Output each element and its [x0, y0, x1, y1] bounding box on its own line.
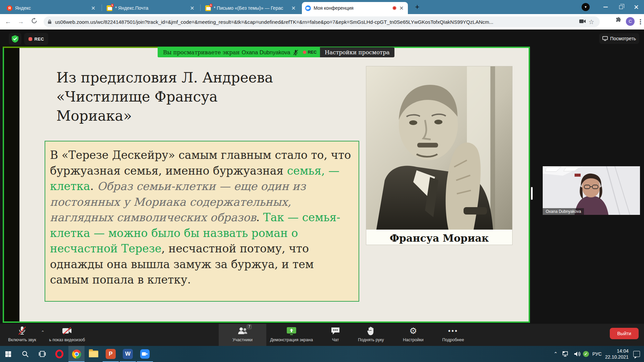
back-icon[interactable]: ← — [3, 17, 13, 26]
more-button[interactable]: ••• Подробнее — [435, 326, 471, 342]
windows-logo-icon — [5, 351, 11, 357]
mail-unread-badge: 1 — [111, 4, 114, 7]
settings-gear-icon: ⚙ — [409, 326, 417, 336]
task-view-button[interactable] — [34, 346, 50, 362]
taskbar-zoom[interactable] — [137, 346, 153, 362]
participants-label: Участники — [232, 338, 253, 342]
share-screen-button[interactable]: Демонстрация экрана — [265, 326, 318, 342]
viewing-text: Вы просматриваете экран — [163, 49, 240, 56]
muted-mic-icon — [293, 50, 298, 55]
tab-recording-indicator — [392, 6, 396, 10]
tray-date: 22.10.2021 — [605, 354, 629, 360]
browser-tab-bar: Я Яндекс ✕ 1 * Яндекс.Почта ✕ 1 * Письмо… — [0, 0, 644, 14]
taskbar-opera[interactable] — [51, 346, 67, 362]
share-screen-label: Демонстрация экрана — [270, 338, 313, 342]
mail-favicon: 1 — [107, 5, 112, 11]
new-tab-button[interactable]: + — [413, 3, 422, 12]
bookmark-star-icon[interactable]: ☆ — [587, 18, 596, 26]
rec-label: REC — [35, 37, 44, 42]
view-options-button[interactable]: Посмотреть — [599, 33, 639, 44]
profile-avatar[interactable]: C — [626, 17, 635, 26]
tab-close-icon[interactable]: ✕ — [90, 5, 96, 11]
tab-title: * Письмо «(Без темы)» — Герас — [214, 5, 288, 11]
banner-recording: REC — [303, 50, 317, 55]
minimize-button[interactable] — [598, 0, 613, 14]
chat-icon — [331, 326, 340, 336]
opera-icon — [55, 350, 63, 358]
settings-button[interactable]: ⚙ Настройки — [396, 326, 430, 342]
mail-favicon: 1 — [205, 5, 211, 11]
start-button[interactable] — [0, 346, 16, 362]
start-video-button[interactable]: ь показ видеоизоб — [47, 326, 87, 342]
zoom-app-icon — [140, 349, 150, 359]
view-icon — [602, 36, 608, 41]
slide-text-segment: . — [256, 211, 263, 224]
tab-close-icon[interactable]: ✕ — [290, 5, 297, 11]
participants-button[interactable]: 7 Участники — [219, 326, 266, 342]
taskbar-powerpoint[interactable]: P — [103, 346, 119, 362]
camera-permission-icon[interactable] — [578, 19, 587, 25]
chat-button[interactable]: Чат — [323, 326, 348, 342]
zoom-toolbar: Включить звук ⌃ ь показ видеоизоб 7 Учас… — [0, 324, 644, 346]
tab-yandex[interactable]: Я Яндекс ✕ — [3, 2, 100, 14]
network-icon[interactable] — [562, 351, 569, 357]
shield-icon — [12, 35, 18, 43]
url-text: us06web.zoom.us/wc/82241487501/join?trac… — [55, 19, 578, 25]
mic-options-chevron[interactable]: ⌃ — [41, 330, 45, 335]
tray-expand-chevron[interactable]: ⌃ — [553, 351, 558, 357]
more-label: Подробнее — [442, 338, 464, 342]
presentation-slide: Из предисловия Л. Андреева «Чистилище Фр… — [19, 48, 529, 321]
tab-title: * Яндекс.Почта — [115, 5, 186, 11]
mauriac-portrait-image — [366, 66, 512, 230]
settings-label: Настройки — [403, 338, 423, 342]
viewing-banner-green: Вы просматриваете экран Oxana Dubnyakova… — [158, 47, 320, 57]
recording-indicator: REC — [24, 33, 48, 45]
powerpoint-icon: P — [106, 349, 116, 359]
antivirus-status-icon[interactable]: ✓ — [583, 351, 589, 357]
taskbar-explorer[interactable] — [86, 346, 102, 362]
browser-menu-icon[interactable]: ••• — [640, 19, 641, 25]
volume-icon[interactable] — [574, 351, 581, 357]
tab-conference-active[interactable]: Моя конференция ✕ — [302, 2, 408, 14]
view-settings-button[interactable]: Настройки просмотра — [320, 47, 394, 57]
leave-meeting-button[interactable]: Выйти — [610, 328, 639, 339]
raise-hand-button[interactable]: Поднять руку — [352, 326, 390, 342]
restore-button[interactable] — [613, 0, 629, 14]
reload-icon[interactable] — [30, 17, 39, 26]
presenter-name: Oxana Dubnyakova — [242, 49, 290, 56]
slide-text-box: В «Терезе Дескейру» самым главным стало … — [45, 141, 359, 302]
taskbar-word[interactable]: W — [120, 346, 136, 362]
search-button[interactable] — [17, 346, 33, 362]
extensions-area — [615, 17, 622, 24]
mail-unread-badge: 1 — [210, 4, 212, 7]
forward-icon[interactable]: → — [16, 17, 25, 26]
mauriac-photo: Франсуа Мориак — [366, 66, 512, 245]
tab-letter[interactable]: 1 * Письмо «(Без темы)» — Герас ✕ — [202, 2, 300, 14]
clock[interactable]: 14:04 22.10.2021 — [605, 348, 629, 360]
tab-mail[interactable]: 1 * Яндекс.Почта ✕ — [103, 2, 199, 14]
language-indicator[interactable]: РУС — [592, 351, 602, 357]
presentation-left-strip — [4, 48, 19, 321]
tab-close-icon[interactable]: ✕ — [398, 5, 405, 11]
yandex-favicon: Я — [7, 5, 12, 11]
word-icon: W — [123, 349, 133, 359]
more-dots-icon: ••• — [448, 326, 458, 336]
rec-dot-icon — [29, 37, 32, 41]
extensions-puzzle-icon[interactable] — [615, 17, 622, 24]
raise-hand-label: Поднять руку — [358, 338, 384, 342]
address-bar[interactable]: us06web.zoom.us/wc/82241487501/join?trac… — [44, 16, 600, 27]
tab-close-icon[interactable]: ✕ — [189, 5, 195, 11]
action-center-icon[interactable] — [633, 351, 640, 357]
windows-taskbar: P W ⌃ ✓ РУС 14:04 22.10.2021 — [0, 346, 644, 362]
banner-rec-dot-icon — [303, 51, 306, 54]
close-window-button[interactable]: ✕ — [629, 0, 644, 14]
taskbar-chrome[interactable] — [68, 346, 85, 362]
unmute-button[interactable]: Включить звук — [4, 326, 40, 342]
banner-rec-label: REC — [308, 50, 317, 55]
scrollbar-thumb[interactable] — [531, 187, 533, 200]
tab-search-icon[interactable]: ▼ — [582, 3, 590, 11]
lock-icon — [48, 19, 52, 24]
security-shield-button[interactable] — [9, 33, 21, 45]
raise-hand-icon — [367, 326, 375, 336]
participant-video[interactable]: Oxana Dubnyakova — [543, 166, 640, 215]
